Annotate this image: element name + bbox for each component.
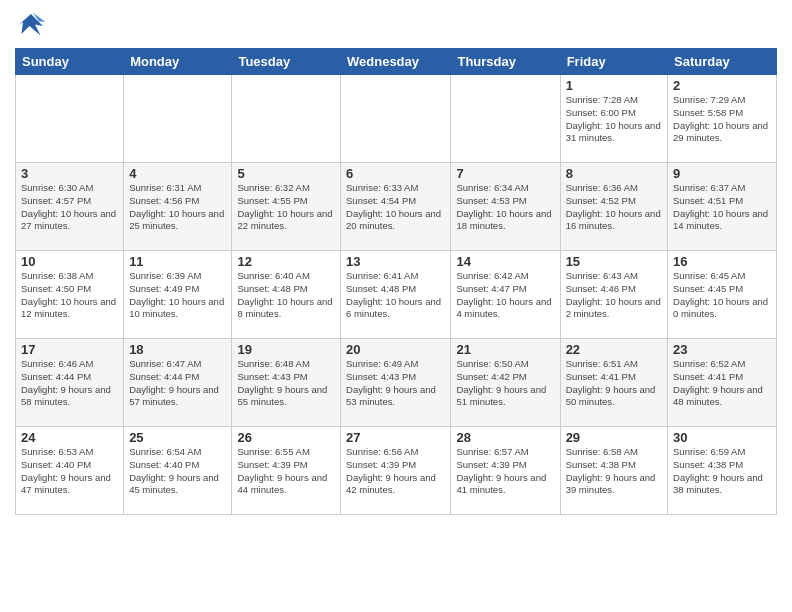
day-number: 29 [566, 430, 662, 445]
day-info: Sunrise: 6:37 AM Sunset: 4:51 PM Dayligh… [673, 182, 771, 233]
calendar-cell [341, 75, 451, 163]
weekday-header-friday: Friday [560, 49, 667, 75]
calendar-week-4: 17Sunrise: 6:46 AM Sunset: 4:44 PM Dayli… [16, 339, 777, 427]
calendar-cell: 27Sunrise: 6:56 AM Sunset: 4:39 PM Dayli… [341, 427, 451, 515]
calendar-cell: 8Sunrise: 6:36 AM Sunset: 4:52 PM Daylig… [560, 163, 667, 251]
calendar-cell: 15Sunrise: 6:43 AM Sunset: 4:46 PM Dayli… [560, 251, 667, 339]
calendar-cell: 16Sunrise: 6:45 AM Sunset: 4:45 PM Dayli… [668, 251, 777, 339]
calendar-cell: 23Sunrise: 6:52 AM Sunset: 4:41 PM Dayli… [668, 339, 777, 427]
weekday-header-row: SundayMondayTuesdayWednesdayThursdayFrid… [16, 49, 777, 75]
day-number: 18 [129, 342, 226, 357]
day-number: 15 [566, 254, 662, 269]
day-info: Sunrise: 6:55 AM Sunset: 4:39 PM Dayligh… [237, 446, 335, 497]
day-number: 30 [673, 430, 771, 445]
day-info: Sunrise: 6:36 AM Sunset: 4:52 PM Dayligh… [566, 182, 662, 233]
calendar-cell: 28Sunrise: 6:57 AM Sunset: 4:39 PM Dayli… [451, 427, 560, 515]
day-info: Sunrise: 6:32 AM Sunset: 4:55 PM Dayligh… [237, 182, 335, 233]
day-number: 11 [129, 254, 226, 269]
day-number: 12 [237, 254, 335, 269]
day-number: 19 [237, 342, 335, 357]
calendar-cell: 29Sunrise: 6:58 AM Sunset: 4:38 PM Dayli… [560, 427, 667, 515]
calendar-body: 1Sunrise: 7:28 AM Sunset: 6:00 PM Daylig… [16, 75, 777, 515]
calendar-cell: 4Sunrise: 6:31 AM Sunset: 4:56 PM Daylig… [124, 163, 232, 251]
calendar-cell: 30Sunrise: 6:59 AM Sunset: 4:38 PM Dayli… [668, 427, 777, 515]
day-info: Sunrise: 6:58 AM Sunset: 4:38 PM Dayligh… [566, 446, 662, 497]
day-number: 17 [21, 342, 118, 357]
weekday-header-tuesday: Tuesday [232, 49, 341, 75]
logo [15, 10, 51, 42]
calendar-cell: 17Sunrise: 6:46 AM Sunset: 4:44 PM Dayli… [16, 339, 124, 427]
day-info: Sunrise: 6:42 AM Sunset: 4:47 PM Dayligh… [456, 270, 554, 321]
day-info: Sunrise: 6:50 AM Sunset: 4:42 PM Dayligh… [456, 358, 554, 409]
calendar-cell: 5Sunrise: 6:32 AM Sunset: 4:55 PM Daylig… [232, 163, 341, 251]
logo-icon [15, 10, 47, 42]
day-info: Sunrise: 6:34 AM Sunset: 4:53 PM Dayligh… [456, 182, 554, 233]
weekday-header-sunday: Sunday [16, 49, 124, 75]
weekday-header-saturday: Saturday [668, 49, 777, 75]
calendar-cell: 13Sunrise: 6:41 AM Sunset: 4:48 PM Dayli… [341, 251, 451, 339]
day-number: 22 [566, 342, 662, 357]
day-number: 5 [237, 166, 335, 181]
day-info: Sunrise: 6:43 AM Sunset: 4:46 PM Dayligh… [566, 270, 662, 321]
day-number: 20 [346, 342, 445, 357]
calendar-cell: 7Sunrise: 6:34 AM Sunset: 4:53 PM Daylig… [451, 163, 560, 251]
calendar-cell: 25Sunrise: 6:54 AM Sunset: 4:40 PM Dayli… [124, 427, 232, 515]
day-number: 16 [673, 254, 771, 269]
weekday-header-monday: Monday [124, 49, 232, 75]
day-info: Sunrise: 6:46 AM Sunset: 4:44 PM Dayligh… [21, 358, 118, 409]
day-number: 7 [456, 166, 554, 181]
day-info: Sunrise: 6:54 AM Sunset: 4:40 PM Dayligh… [129, 446, 226, 497]
day-number: 27 [346, 430, 445, 445]
calendar-week-2: 3Sunrise: 6:30 AM Sunset: 4:57 PM Daylig… [16, 163, 777, 251]
day-info: Sunrise: 6:39 AM Sunset: 4:49 PM Dayligh… [129, 270, 226, 321]
calendar-cell [124, 75, 232, 163]
day-number: 26 [237, 430, 335, 445]
svg-marker-0 [19, 14, 43, 36]
day-number: 23 [673, 342, 771, 357]
day-info: Sunrise: 7:28 AM Sunset: 6:00 PM Dayligh… [566, 94, 662, 145]
calendar-cell [16, 75, 124, 163]
day-number: 3 [21, 166, 118, 181]
calendar-cell: 10Sunrise: 6:38 AM Sunset: 4:50 PM Dayli… [16, 251, 124, 339]
day-number: 2 [673, 78, 771, 93]
day-number: 25 [129, 430, 226, 445]
day-info: Sunrise: 6:40 AM Sunset: 4:48 PM Dayligh… [237, 270, 335, 321]
day-info: Sunrise: 6:47 AM Sunset: 4:44 PM Dayligh… [129, 358, 226, 409]
calendar-cell: 1Sunrise: 7:28 AM Sunset: 6:00 PM Daylig… [560, 75, 667, 163]
day-number: 13 [346, 254, 445, 269]
calendar-cell: 26Sunrise: 6:55 AM Sunset: 4:39 PM Dayli… [232, 427, 341, 515]
header [15, 10, 777, 42]
calendar-cell [451, 75, 560, 163]
day-number: 10 [21, 254, 118, 269]
weekday-header-wednesday: Wednesday [341, 49, 451, 75]
calendar-week-5: 24Sunrise: 6:53 AM Sunset: 4:40 PM Dayli… [16, 427, 777, 515]
day-number: 8 [566, 166, 662, 181]
calendar-header: SundayMondayTuesdayWednesdayThursdayFrid… [16, 49, 777, 75]
calendar-table: SundayMondayTuesdayWednesdayThursdayFrid… [15, 48, 777, 515]
weekday-header-thursday: Thursday [451, 49, 560, 75]
day-number: 4 [129, 166, 226, 181]
calendar-cell: 24Sunrise: 6:53 AM Sunset: 4:40 PM Dayli… [16, 427, 124, 515]
day-info: Sunrise: 7:29 AM Sunset: 5:58 PM Dayligh… [673, 94, 771, 145]
day-info: Sunrise: 6:45 AM Sunset: 4:45 PM Dayligh… [673, 270, 771, 321]
day-info: Sunrise: 6:31 AM Sunset: 4:56 PM Dayligh… [129, 182, 226, 233]
day-number: 9 [673, 166, 771, 181]
calendar-cell: 22Sunrise: 6:51 AM Sunset: 4:41 PM Dayli… [560, 339, 667, 427]
day-info: Sunrise: 6:59 AM Sunset: 4:38 PM Dayligh… [673, 446, 771, 497]
day-number: 28 [456, 430, 554, 445]
day-info: Sunrise: 6:33 AM Sunset: 4:54 PM Dayligh… [346, 182, 445, 233]
calendar-cell: 19Sunrise: 6:48 AM Sunset: 4:43 PM Dayli… [232, 339, 341, 427]
day-number: 1 [566, 78, 662, 93]
day-number: 14 [456, 254, 554, 269]
day-info: Sunrise: 6:51 AM Sunset: 4:41 PM Dayligh… [566, 358, 662, 409]
calendar-page: SundayMondayTuesdayWednesdayThursdayFrid… [0, 0, 792, 612]
calendar-week-1: 1Sunrise: 7:28 AM Sunset: 6:00 PM Daylig… [16, 75, 777, 163]
day-info: Sunrise: 6:38 AM Sunset: 4:50 PM Dayligh… [21, 270, 118, 321]
calendar-cell [232, 75, 341, 163]
day-info: Sunrise: 6:41 AM Sunset: 4:48 PM Dayligh… [346, 270, 445, 321]
calendar-cell: 12Sunrise: 6:40 AM Sunset: 4:48 PM Dayli… [232, 251, 341, 339]
calendar-cell: 6Sunrise: 6:33 AM Sunset: 4:54 PM Daylig… [341, 163, 451, 251]
calendar-cell: 9Sunrise: 6:37 AM Sunset: 4:51 PM Daylig… [668, 163, 777, 251]
day-info: Sunrise: 6:56 AM Sunset: 4:39 PM Dayligh… [346, 446, 445, 497]
calendar-cell: 3Sunrise: 6:30 AM Sunset: 4:57 PM Daylig… [16, 163, 124, 251]
